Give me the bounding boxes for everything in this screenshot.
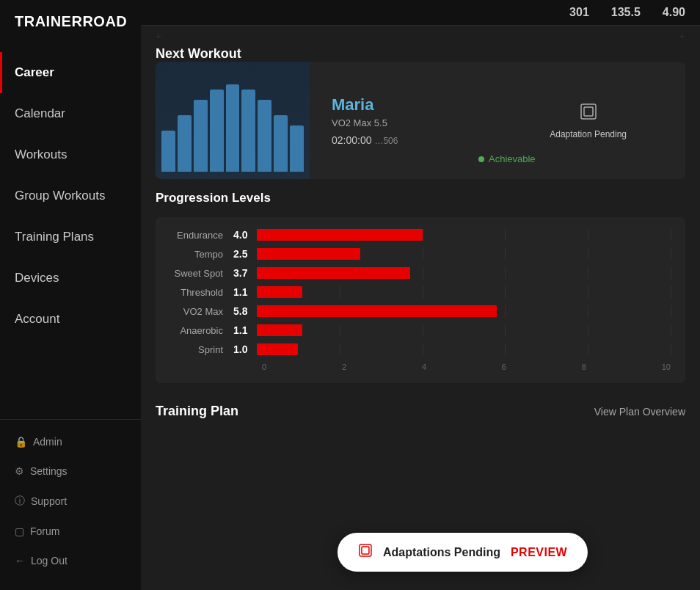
chart-bar-fill-3 [257, 286, 302, 298]
sidebar-item-training-plans[interactable]: Training Plans [0, 216, 141, 258]
progression-chart: Endurance4.0Tempo2.5Sweet Spot3.7Thresho… [156, 217, 685, 383]
next-workout-header: Next Workout [156, 46, 685, 62]
decoration-row: + · · · · · · · · · · · · · · · · · · · … [141, 26, 700, 46]
achievable-label: Achievable [489, 153, 536, 164]
lock-icon: 🔒 [15, 436, 27, 448]
chart-label-1: Tempo [170, 249, 229, 260]
chart-bar-fill-5 [257, 324, 302, 336]
chart-bar-fill-4 [257, 305, 497, 317]
adaptation-label: Adaptation Pending [550, 129, 627, 139]
sidebar-bottom: 🔒 Admin ⚙ Settings ⓘ Support ▢ Forum ← L… [0, 419, 141, 590]
plus-icon-left: + [156, 30, 161, 42]
chart-bar-container-4 [257, 305, 671, 317]
x-label-2: 2 [342, 363, 346, 371]
adaptations-icon [358, 543, 373, 561]
chart-bar-container-3 [257, 286, 671, 298]
workout-chart [156, 62, 310, 179]
chart-row-vo2-max: VO2 Max5.8 [170, 305, 671, 317]
chart-bar-container-1 [257, 248, 671, 260]
chart-value-5: 1.1 [229, 324, 257, 336]
next-workout-title: Next Workout [156, 46, 241, 62]
chart-value-6: 1.0 [229, 343, 257, 355]
achievable-dot [478, 156, 484, 162]
sidebar-item-group-workouts[interactable]: Group Workouts [0, 175, 141, 216]
view-plan-link[interactable]: View Plan Overview [594, 406, 685, 418]
chart-value-2: 3.7 [229, 267, 257, 279]
adaptations-banner: Adaptations Pending PREVIEW [338, 533, 588, 572]
chart-bar-7 [258, 100, 271, 172]
chart-bar-fill-0 [257, 229, 423, 241]
x-label-10: 10 [662, 363, 671, 371]
support-link[interactable]: ⓘ Support [0, 486, 141, 517]
training-plan-header: Training Plan View Plan Overview [156, 395, 685, 428]
admin-label: Admin [33, 436, 62, 448]
adaptation-icon [578, 101, 599, 126]
next-workout-card[interactable]: Maria VO2 Max 5.5 02:00:00 …506 Achievab… [156, 62, 685, 179]
achievable-badge: Achievable [478, 153, 536, 164]
chart-value-1: 2.5 [229, 248, 257, 260]
x-axis: 0 2 4 6 8 10 [170, 363, 671, 371]
workout-sub-info: …506 [374, 136, 398, 146]
dot-decoration: · · · · · · · · · · · · · · · · · · · · … [319, 32, 521, 40]
chart-bar-container-0 [257, 229, 671, 241]
chart-bar-2 [178, 115, 192, 172]
chart-bar-container-2 [257, 267, 671, 279]
chart-bar-4 [210, 90, 224, 172]
chart-row-sprint: Sprint1.0 [170, 343, 671, 355]
chart-value-4: 5.8 [229, 305, 257, 317]
chart-label-2: Sweet Spot [170, 268, 229, 279]
chart-value-3: 1.1 [229, 286, 257, 298]
workout-info: Maria VO2 Max 5.5 02:00:00 …506 Achievab… [317, 62, 685, 179]
chart-value-0: 4.0 [229, 229, 257, 241]
chart-row-sweet-spot: Sweet Spot3.7 [170, 267, 671, 279]
gear-icon: ⚙ [15, 465, 24, 477]
stat-1: 301 [569, 6, 589, 19]
preview-button[interactable]: PREVIEW [511, 546, 567, 559]
sidebar-item-calendar[interactable]: Calendar [0, 93, 141, 134]
chart-bar-1 [161, 131, 175, 172]
x-label-6: 6 [502, 363, 506, 371]
chart-bar-container-6 [257, 343, 671, 355]
support-label: Support [31, 495, 67, 507]
chart-row-endurance: Endurance4.0 [170, 229, 671, 241]
sidebar: TRAINERROAD Career Calendar Workouts Gro… [0, 0, 141, 590]
chart-bar-3 [194, 100, 208, 172]
x-label-8: 8 [582, 363, 586, 371]
settings-link[interactable]: ⚙ Settings [0, 456, 141, 486]
sidebar-item-devices[interactable]: Devices [0, 258, 141, 299]
sidebar-nav: Career Calendar Workouts Group Workouts … [0, 45, 141, 419]
adaptations-text: Adaptations Pending [383, 546, 500, 559]
app-name: TRAINERROAD [15, 13, 126, 30]
chart-bar-5 [226, 84, 240, 172]
logout-label: Log Out [31, 555, 68, 567]
chart-row-threshold: Threshold1.1 [170, 286, 671, 298]
svg-rect-3 [362, 547, 369, 554]
chart-row-anaerobic: Anaerobic1.1 [170, 324, 671, 336]
chart-label-0: Endurance [170, 230, 229, 241]
x-label-4: 4 [422, 363, 426, 371]
chart-bar-container-5 [257, 324, 671, 336]
plus-icon-right: + [679, 30, 685, 42]
app-logo: TRAINERROAD [0, 0, 141, 45]
svg-rect-0 [581, 104, 596, 119]
info-icon: ⓘ [15, 495, 25, 508]
sidebar-item-workouts[interactable]: Workouts [0, 134, 141, 175]
logout-link[interactable]: ← Log Out [0, 546, 141, 575]
chart-bar-9 [290, 125, 304, 172]
logout-icon: ← [15, 555, 25, 567]
chart-label-5: Anaerobic [170, 325, 229, 336]
sidebar-item-career[interactable]: Career [0, 52, 141, 93]
stat-3: 4.90 [663, 6, 685, 19]
chart-label-4: VO2 Max [170, 306, 229, 317]
svg-rect-1 [584, 107, 593, 116]
forum-label: Forum [30, 525, 59, 537]
stat-2: 135.5 [611, 6, 641, 19]
forum-link[interactable]: ▢ Forum [0, 517, 141, 546]
chart-bar-8 [274, 115, 288, 172]
chart-row-tempo: Tempo2.5 [170, 248, 671, 260]
chart-bar-6 [241, 90, 255, 172]
x-label-0: 0 [262, 363, 266, 371]
progression-rows: Endurance4.0Tempo2.5Sweet Spot3.7Thresho… [170, 229, 671, 355]
admin-link[interactable]: 🔒 Admin [0, 427, 141, 456]
sidebar-item-account[interactable]: Account [0, 299, 141, 340]
